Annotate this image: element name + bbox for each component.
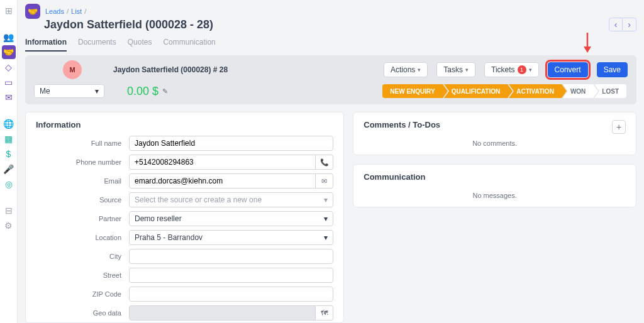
breadcrumb-leads[interactable]: Leads (45, 8, 64, 15)
stage-new-enquiry[interactable]: NEW ENQUIRY (382, 84, 442, 98)
left-nav-rail: ⊞ 👥 🤝 ◇ ▭ ✉ 🌐 ▦ $ 🎤 ◎ ⊟ ⚙ (0, 0, 18, 323)
convert-button[interactable]: Convert (548, 62, 588, 77)
email-field[interactable] (129, 173, 316, 189)
amount-value: 0.00 $✎ (127, 85, 168, 98)
information-panel: Information Full name Phone number 📞 Ema… (25, 112, 344, 323)
nav-users-icon[interactable]: 👥 (2, 30, 16, 44)
zip-field[interactable] (129, 287, 333, 302)
nav-dashboard-icon[interactable]: ⊞ (2, 4, 16, 18)
avatar: M (63, 60, 82, 79)
nav-leads-icon[interactable]: 🤝 (2, 45, 16, 59)
tab-information[interactable]: Information (25, 38, 67, 52)
location-select[interactable]: Praha 5 - Barrandov▾ (129, 230, 333, 245)
label-source: Source (36, 196, 129, 204)
geo-field[interactable] (129, 305, 316, 320)
label-zip: ZIP Code (36, 290, 129, 298)
phone-field[interactable] (129, 155, 316, 170)
email-send-icon[interactable]: ✉ (316, 173, 333, 189)
breadcrumb-list[interactable]: List (71, 8, 82, 15)
communication-title: Communication (364, 172, 626, 182)
label-phone: Phone number (36, 158, 129, 166)
actions-dropdown[interactable]: Actions▾ (384, 62, 428, 77)
tabs: Information Documents Quotes Communicati… (25, 38, 636, 52)
fullname-field[interactable] (129, 136, 333, 151)
street-field[interactable] (129, 268, 333, 283)
next-record-button[interactable]: › (623, 18, 636, 31)
label-partner: Partner (36, 215, 129, 222)
label-street: Street (36, 271, 129, 279)
tasks-dropdown[interactable]: Tasks▾ (436, 62, 475, 77)
record-nav-arrows: ‹ › (609, 18, 636, 31)
label-location: Location (36, 234, 129, 241)
nav-settings-icon[interactable]: ⚙ (2, 219, 16, 233)
city-field[interactable] (129, 249, 333, 264)
stage-qualification[interactable]: QUALIFICATION (444, 84, 508, 98)
comments-empty: No comments. (364, 140, 626, 147)
stage-lost[interactable]: LOST (594, 84, 626, 98)
nav-calendar-icon[interactable]: ▦ (2, 132, 16, 146)
lead-header-bar: M Jaydon Satterfield (000028) # 28 Actio… (25, 55, 636, 104)
stage-won[interactable]: WON (563, 84, 593, 98)
prev-record-button[interactable]: ‹ (609, 18, 623, 31)
save-button[interactable]: Save (597, 62, 628, 77)
communication-empty: No messages. (364, 192, 626, 199)
comments-title: Comments / To-Dos (364, 120, 626, 129)
nav-globe-icon[interactable]: 🌐 (2, 117, 16, 131)
nav-tickets-icon[interactable]: ▭ (2, 75, 16, 89)
comments-panel: + Comments / To-Dos No comments. (353, 112, 636, 155)
nav-money-icon[interactable]: $ (2, 147, 16, 161)
edit-amount-icon[interactable]: ✎ (162, 87, 168, 96)
partner-select[interactable]: Demo reseller▾ (129, 211, 333, 226)
tickets-dropdown[interactable]: Tickets1▾ (484, 62, 539, 77)
lead-name: Jaydon Satterfield (000028) # 28 (113, 65, 228, 74)
label-fullname: Full name (36, 140, 129, 147)
stage-activation[interactable]: ACTIVATION (509, 84, 562, 98)
pipeline-stages: NEW ENQUIRY QUALIFICATION ACTIVATION WON… (382, 84, 628, 98)
nav-mail-icon[interactable]: ✉ (2, 90, 16, 104)
label-city: City (36, 253, 129, 260)
phone-call-icon[interactable]: 📞 (316, 155, 333, 170)
source-select[interactable]: Select the source or create a new one▾ (129, 192, 333, 207)
tab-quotes[interactable]: Quotes (128, 38, 152, 52)
owner-select[interactable]: Me▾ (34, 84, 104, 98)
geo-map-icon[interactable]: 🗺 (316, 305, 333, 320)
communication-panel: Communication No messages. (353, 164, 636, 207)
tab-documents[interactable]: Documents (78, 38, 116, 52)
label-email: Email (36, 177, 129, 185)
tab-communication[interactable]: Communication (163, 38, 215, 52)
info-panel-title: Information (36, 120, 333, 129)
add-comment-button[interactable]: + (612, 120, 626, 134)
nav-tags-icon[interactable]: ◇ (2, 60, 16, 74)
brand-icon: 🤝 (25, 4, 40, 19)
nav-circle-icon[interactable]: ◎ (2, 177, 16, 191)
label-geo: Geo data (36, 309, 129, 317)
nav-mic-icon[interactable]: 🎤 (2, 162, 16, 176)
page-title: Jaydon Satterfield (000028 - 28) (44, 18, 213, 31)
nav-archive-icon[interactable]: ⊟ (2, 204, 16, 217)
breadcrumb: 🤝 Leads / List / (25, 4, 636, 19)
